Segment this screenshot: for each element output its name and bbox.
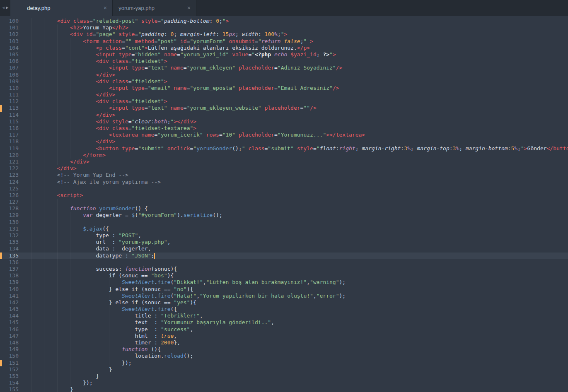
tab-title: detay.php [27,5,50,11]
code-line[interactable]: 113<input type="text" name="yorum_ekleye… [0,105,568,111]
close-icon[interactable]: × [104,5,107,11]
tab-scroll-right-icon[interactable]: ▶ [6,6,8,10]
code-line[interactable]: 121</div> [0,159,568,165]
code-line[interactable]: 132type : "POST", [0,232,568,239]
code-line[interactable]: 125 [0,185,568,192]
indent-guide [83,72,96,78]
close-icon[interactable]: × [187,5,191,11]
indent-guide [44,145,57,152]
code-line[interactable]: 143SweetAlert.fire({ [0,306,568,313]
code-line[interactable]: 131$.ajax({ [0,226,568,232]
code-line[interactable]: 142} else if (sonuc == "yes"){ [0,299,568,306]
indent-guide [44,118,57,125]
code-line[interactable]: 147html : true, [0,333,568,339]
indent-guide [44,286,57,293]
code-line[interactable]: 120</form> [0,152,568,159]
code-line[interactable]: 100<div class="related-post" style="padd… [0,18,568,24]
code-text: SweetAlert.fire("Dikkat!","Lütfen boş al… [31,279,568,286]
code-line[interactable]: 128function yorumGonder() { [0,205,568,212]
indent-guide [109,353,122,359]
code-line[interactable]: 124<!-- Ajax ile yorum yaptırma --> [0,179,568,185]
code-line[interactable]: 141SweetAlert.fire("Hata!","Yorum yapılı… [0,293,568,299]
line-number: 100 [0,18,31,24]
tab-detay-php[interactable]: detay.php × [10,0,113,16]
code-text: dataType : "JSON"; [31,253,568,259]
indent-guide [44,219,57,226]
code-line[interactable]: 114</div> [0,112,568,118]
code-line[interactable]: 130 [0,219,568,226]
indent-guide [44,192,57,199]
code-text: <div style="clear:both;"></div> [31,118,568,125]
tab-scroll-left-icon[interactable]: ◀ [2,6,5,10]
code-line[interactable]: 134data : degerler, [0,245,568,252]
code-line[interactable]: 137success: function(sonuc){ [0,266,568,272]
code-line[interactable]: 110<input type="email" name="yorum_epost… [0,85,568,91]
code-line[interactable]: 115<div style="clear:both;"></div> [0,118,568,125]
code-line[interactable]: 144title : "Tebrikler!", [0,313,568,319]
code-line[interactable]: 133url : "yorum-yap.php", [0,239,568,245]
code-line[interactable]: 153} [0,373,568,380]
code-line[interactable]: 118</div> [0,138,568,145]
code-line[interactable]: 116<div class="fieldset-textarea"> [0,125,568,132]
code-line[interactable]: 119<button type="submit" onclick="yorumG… [0,145,568,152]
line-number: 130 [0,219,31,226]
code-line[interactable]: 135dataType : "JSON"; [0,253,568,259]
code-line[interactable]: 140} else if (sonuc == "no"){ [0,286,568,293]
code-line[interactable]: 102<div id="page" style="padding: 0; mar… [0,31,568,38]
code-line[interactable]: 104<p class="cont">Lütfen aşağıdaki alan… [0,45,568,51]
indent-guide [31,199,44,205]
indent-guide [44,165,57,172]
code-line[interactable]: 139SweetAlert.fire("Dikkat!","Lütfen boş… [0,279,568,286]
code-line[interactable]: 122</div> [0,165,568,172]
line-number: 154 [0,380,31,386]
code-line[interactable]: 107<input type="text" name="yorum_ekleye… [0,65,568,71]
indent-guide [109,313,122,319]
code-line[interactable]: 129var degerler = $("#yorumForm").serial… [0,212,568,219]
indent-guide [44,152,57,159]
code-line[interactable]: 136 [0,259,568,266]
code-area[interactable]: 100<div class="related-post" style="padd… [0,16,568,392]
code-line[interactable]: 105<input type="hidden" name="yorum_yazi… [0,51,568,58]
indent-guide [83,299,96,306]
indent-guide [83,105,96,111]
indent-guide [96,306,109,313]
code-line[interactable]: 123<!-- Yorum Yap End --> [0,172,568,178]
code-line[interactable]: 155} [0,386,568,392]
code-line[interactable]: 111</div> [0,91,568,98]
modified-line-marker [0,253,2,259]
code-line[interactable]: 154}); [0,380,568,386]
tab-scroll-arrows: ◀ ▶ [0,0,10,16]
indent-guide [83,266,96,272]
code-line[interactable]: 109<div class="fieldset"> [0,78,568,85]
code-line[interactable]: 103<form action="" method="post" id="yor… [0,38,568,45]
indent-guide [70,326,83,333]
indent-guide [57,118,70,125]
code-line[interactable]: 138if (sonuc == "bos"){ [0,272,568,279]
indent-guide [70,313,83,319]
code-line[interactable]: 127 [0,199,568,205]
code-line[interactable]: 149function (){ [0,346,568,353]
code-line[interactable]: 126<script> [0,192,568,199]
code-text: SweetAlert.fire({ [31,306,568,313]
code-line[interactable]: 112<div class="fieldset"> [0,98,568,105]
code-line[interactable]: 117<textarea name="yorum_icerik" rows="1… [0,132,568,138]
code-line[interactable]: 145text : "Yorumunuz başarıyla gönderild… [0,319,568,326]
indent-guide [83,245,96,252]
code-line[interactable]: 150location.reload(); [0,353,568,359]
code-text: html : true, [31,333,568,339]
code-text: <p class="cont">Lütfen aşağıdaki alanlar… [31,45,568,51]
indent-guide [83,333,96,339]
code-line[interactable]: 101<h2>Yorum Yap</h2> [0,24,568,31]
code-line[interactable]: 148timer : 2000}, [0,339,568,346]
line-number: 105 [0,51,31,58]
indent-guide [96,299,109,306]
code-line[interactable]: 108</div> [0,72,568,78]
indent-guide [70,212,83,219]
code-line[interactable]: 106<div class="fieldset"> [0,58,568,65]
code-line[interactable]: 151}); [0,360,568,366]
tab-yorum-yap-php[interactable]: yorum-yap.php × [113,0,196,16]
indent-guide [83,339,96,346]
indent-guide [31,326,44,333]
code-line[interactable]: 146type : "success", [0,326,568,333]
code-line[interactable]: 152} [0,366,568,373]
